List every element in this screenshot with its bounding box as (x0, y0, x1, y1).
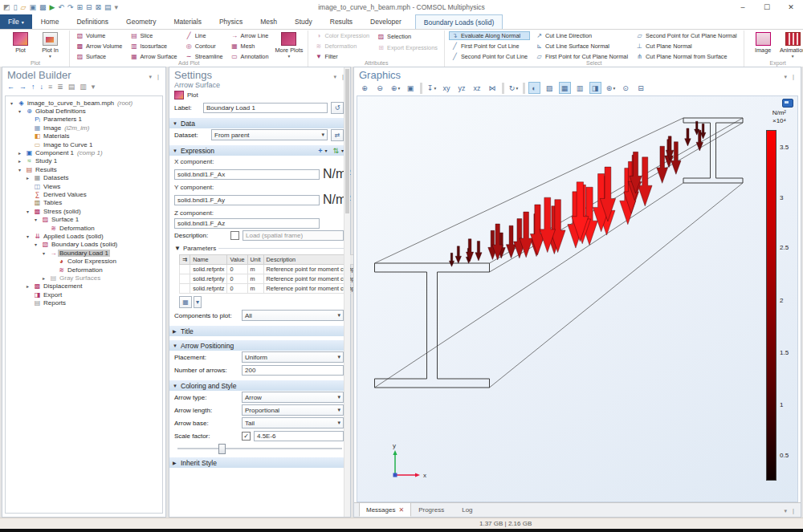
environment-button[interactable]: ⊛ ▾ (605, 82, 617, 94)
tree-item-global-definitions[interactable]: ▾ ⊕ Global Definitions (6, 107, 162, 115)
slider-thumb[interactable] (218, 444, 226, 454)
arrow-line-button[interactable]: →Arrow Line (229, 31, 271, 40)
section-coloring-style[interactable]: ▼ Coloring and Style (169, 380, 350, 391)
tab-progress[interactable]: Progress (411, 502, 454, 517)
tree-item-applied-loads[interactable]: ▾ ⇊ Applied Loads (solid) (6, 232, 162, 240)
x-component-input[interactable]: solid.bndl1.F_Ax (174, 169, 320, 180)
tab-log[interactable]: Log (454, 502, 483, 517)
second-point-cut-plane-normal-button[interactable]: ▱Second Point for Cut Plane Normal (634, 31, 740, 40)
tree-expand-arrow[interactable]: ▸ (18, 150, 25, 156)
scale-factor-slider[interactable] (177, 444, 342, 453)
table-row[interactable]: solid.refpnty 0 m Reference point for mo… (180, 274, 371, 284)
tree-item-tables[interactable]: ▥ Tables (6, 199, 162, 207)
chevron-down-icon[interactable]: ▾ (194, 296, 202, 308)
tree-item-displacement[interactable]: ▸ ▩ Displacement (6, 282, 162, 290)
window-mode-button[interactable]: ◨ (589, 82, 601, 94)
slice-button[interactable]: ▤Slice (128, 31, 179, 40)
tab-materials[interactable]: Materials (165, 14, 210, 29)
volume-button[interactable]: ▧Volume (74, 31, 124, 40)
file-menu-button[interactable]: File ▾ (0, 14, 32, 29)
zoom-in-button[interactable]: ⊕ (359, 82, 371, 94)
panel-menu-icon[interactable]: ▾ (785, 508, 788, 514)
view-yz-button[interactable]: yz (456, 82, 468, 94)
tree-expand-arrow[interactable]: ▸ (18, 158, 25, 164)
description-checkbox[interactable] (230, 231, 239, 240)
tab-boundary-loads[interactable]: Boundary Loads (solid) (415, 14, 503, 29)
plot-settings-button[interactable]: ▦ (559, 82, 571, 94)
scale-factor-input[interactable]: 4.5E-6 (254, 431, 344, 441)
app-icon[interactable]: ◩ (3, 0, 10, 14)
tree-expand-arrow[interactable]: ▾ (18, 167, 25, 173)
tree-columns-icon[interactable]: ▥ (79, 83, 87, 91)
tree-expand-arrow[interactable]: ▾ (35, 217, 41, 222)
arrow-volume-button[interactable]: ▩Arrow Volume (74, 42, 124, 51)
delete-icon[interactable]: ▤ (104, 0, 112, 14)
arrow-base-select[interactable]: Tail (242, 417, 344, 428)
add-expression-icon[interactable]: + (318, 147, 322, 155)
tree-item-gray-surfaces[interactable]: ▸ ▤ Gray Surfaces (6, 274, 162, 282)
tab-physics[interactable]: Physics (210, 14, 251, 29)
tab-results[interactable]: Results (321, 14, 361, 29)
undo-icon[interactable]: ↶ (58, 0, 64, 14)
copy-icon[interactable]: ⊞ (76, 0, 83, 14)
panel-menu-icon[interactable]: ▾ (149, 74, 153, 80)
toolbar-dropdown-icon[interactable]: ▾ (115, 0, 119, 14)
tree-item-boundary-load-1[interactable]: ▾ → Boundary Load 1 (6, 249, 162, 257)
tab-definitions[interactable]: Definitions (67, 14, 117, 29)
dataset-button[interactable]: ⇄ (331, 129, 344, 141)
run-icon[interactable]: ▶ (49, 0, 55, 14)
arrow-length-select[interactable]: Proportional (242, 404, 344, 416)
tree-menu-caret-icon[interactable]: ▾ (92, 83, 96, 91)
export-animation-button[interactable]: Animation ▾ (778, 31, 803, 59)
cut-line-surface-normal-button[interactable]: ⊾Cut Line Surface Normal (533, 42, 630, 51)
tree-item-parameters[interactable]: Pᵢ Parameters 1 (6, 116, 162, 124)
export-image-button[interactable]: Image (748, 31, 778, 59)
tree-item-study[interactable]: ▸ ≈ Study 1 (6, 157, 162, 165)
plot-in-button[interactable]: Plot In ▾ (35, 31, 65, 59)
tree-expand-arrow[interactable]: ▾ (26, 209, 33, 214)
zoom-out-button[interactable]: ⊖ (374, 82, 386, 94)
line-button[interactable]: ╱Line (183, 31, 226, 40)
zoom-extents-button[interactable]: ▣ (405, 82, 417, 94)
color-expression-button[interactable]: ◑Color Expression (312, 31, 372, 40)
label-input[interactable]: Boundary Load 1 (203, 103, 328, 113)
graphics-scene[interactable]: xy N/m² ×10⁴ 3.532.521.510.5 (357, 95, 798, 502)
tree-expand-arrow[interactable]: ▸ (26, 175, 33, 181)
tree-item-boundary-loads[interactable]: ▾ ▧ Boundary Loads (solid) (6, 241, 162, 249)
tree-item-image-to-curve[interactable]: ▭ Image to Curve 1 (6, 140, 162, 148)
tree-move-up-icon[interactable]: ↑ (31, 83, 35, 91)
placement-select[interactable]: Uniform (242, 351, 344, 363)
tree-show-icon[interactable]: ▤ (68, 83, 75, 91)
save-as-icon[interactable]: ▩ (39, 0, 47, 14)
panel-pin-icon[interactable]: ❘ (156, 74, 161, 80)
tab-mesh[interactable]: Mesh (251, 14, 286, 29)
tab-home[interactable]: Home (32, 14, 68, 29)
tree-expand-arrow[interactable]: ▸ (43, 275, 49, 281)
tree-item-surface1[interactable]: ▾ ▨ Surface 1 (6, 215, 162, 223)
cut-plane-normal-button[interactable]: ⊥Cut Plane Normal (634, 42, 740, 51)
center-view-button[interactable]: ⋈ (487, 82, 499, 94)
tree-item-materials[interactable]: ◧ Materials (6, 132, 162, 140)
cut-line-direction-button[interactable]: ↗Cut Line Direction (533, 31, 630, 40)
plot-button[interactable]: Plot (6, 31, 35, 59)
transparency-button[interactable]: ▨ (544, 82, 556, 94)
minimize-button[interactable]: – (731, 0, 755, 14)
view-xy-button[interactable]: xy (441, 82, 453, 94)
settings-scrollbar[interactable] (344, 67, 350, 517)
tree-expand-icon[interactable]: ≣ (57, 83, 63, 91)
tree-item-derived-values[interactable]: ∑ Derived Values (6, 190, 162, 198)
components-select[interactable]: All (242, 310, 344, 321)
tree-item-image[interactable]: ▦ Image (i2m_im) (6, 124, 162, 132)
tab-developer[interactable]: Developer (361, 14, 410, 29)
close-tab-icon[interactable]: ✕ (398, 506, 404, 514)
view-xz-button[interactable]: xz (471, 82, 483, 94)
tab-messages[interactable]: Messages ✕ (359, 502, 411, 517)
new-file-icon[interactable]: ▯ (14, 0, 18, 14)
open-file-icon[interactable]: ▱ (20, 0, 26, 14)
tree-item-deformation1[interactable]: ≋ Deformation (6, 224, 162, 232)
close-button[interactable]: ✕ (779, 0, 803, 14)
tree-item-datasets[interactable]: ▸ ▦ Datasets (6, 174, 162, 182)
tree-move-down-icon[interactable]: ↓ (40, 83, 44, 91)
arrow-type-select[interactable]: Arrow (242, 392, 344, 403)
print-button[interactable]: ⊟ (635, 82, 647, 94)
